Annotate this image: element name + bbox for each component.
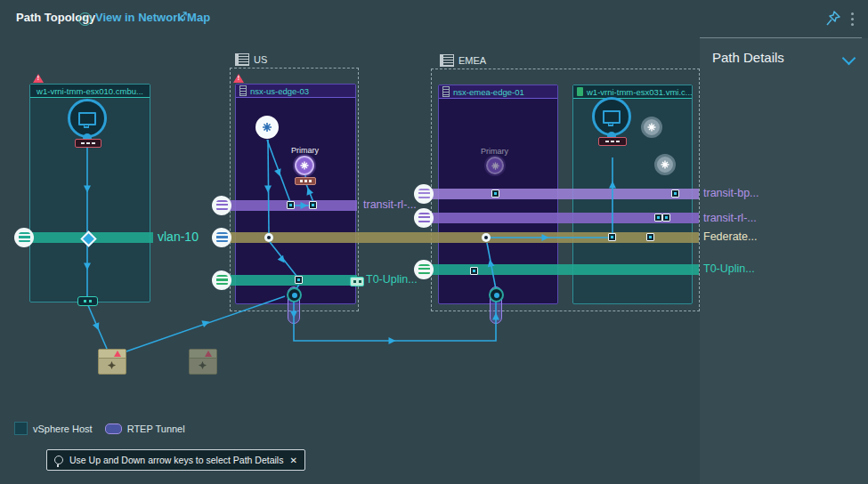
nsx-router-icon: [660, 159, 670, 170]
segment-us-transit-rl-label: transit-rl-...: [363, 198, 417, 211]
vsphere-host-label: vSphere Host: [33, 424, 93, 434]
group-emea-label: EMEA: [440, 54, 486, 67]
lightbulb-icon: [54, 456, 63, 464]
segment-us-t0-uplink[interactable]: [218, 275, 357, 286]
host-esx031-title: w1-vrni-tmm-esx031.vmi.c...: [573, 85, 692, 99]
nsx-us-edge-box[interactable]: nsx-us-edge-03: [235, 84, 356, 304]
datacenter-icon: [235, 53, 249, 66]
vmk-interface[interactable]: [598, 137, 627, 146]
path-details-panel: [700, 38, 868, 484]
port-connector[interactable]: [646, 233, 654, 241]
segment-icon[interactable]: [212, 270, 231, 290]
panel-divider: [700, 37, 862, 38]
path-topology-canvas: Path Topology View in Network Map Path D…: [0, 0, 868, 484]
port-connector[interactable]: [264, 233, 273, 242]
datacenter-icon: [440, 54, 454, 67]
view-in-network-map-link[interactable]: View in Network Map: [95, 11, 210, 24]
segment-federate-label: Federate...: [703, 230, 757, 243]
segment-emea-t0-uplink[interactable]: [418, 264, 699, 275]
nsx-us-edge-title: nsx-us-edge-03: [236, 85, 355, 98]
uplink-port[interactable]: [350, 277, 364, 286]
primary-edge-node[interactable]: [295, 156, 314, 175]
vmk-interface[interactable]: [75, 139, 101, 148]
nsx-router-icon: [299, 160, 310, 171]
hint-text: Use Up and Down arrow keys to select Pat…: [69, 455, 283, 465]
physical-router[interactable]: [189, 349, 217, 375]
rtep-tunnel-swatch: [105, 424, 122, 434]
port-connector[interactable]: [662, 214, 670, 222]
port-connector[interactable]: [470, 267, 478, 275]
info-icon[interactable]: [78, 12, 92, 26]
primary-label: Primary: [291, 146, 319, 155]
host-esx010-title: w1-vrni-tmm-esx010.cmbu...: [30, 85, 150, 98]
physical-router[interactable]: [98, 349, 126, 375]
segment-icon[interactable]: [14, 228, 34, 247]
port-connector[interactable]: [491, 190, 499, 198]
segment-icon[interactable]: [212, 196, 231, 215]
group-us-label: US: [235, 53, 267, 66]
vsphere-host-swatch: [14, 422, 28, 435]
nsx-router-icon: [646, 122, 657, 133]
segment-icon[interactable]: [414, 184, 434, 204]
router-cap: [99, 350, 126, 359]
group-us-text: US: [254, 54, 267, 65]
segment-icon[interactable]: [212, 228, 231, 247]
vm-monitor-icon: [78, 112, 96, 125]
nsx-router-icon: [261, 121, 273, 133]
nsx-emea-edge-title: nsx-emea-edge-01: [439, 85, 557, 99]
vm-node[interactable]: [68, 99, 107, 138]
segment-us-t0-uplink-label: T0-Uplin...: [366, 273, 418, 286]
port-connector[interactable]: [309, 201, 317, 209]
external-link-icon: [178, 12, 187, 20]
segment-emea-transit-rl-label: transit-rl-...: [703, 212, 757, 224]
edge-node-standby[interactable]: [641, 117, 662, 138]
edge-uplink-interface[interactable]: [295, 177, 316, 185]
tunnel-endpoint[interactable]: [287, 287, 302, 302]
edge-node-standby[interactable]: [654, 154, 676, 175]
close-icon[interactable]: ✕: [289, 456, 296, 465]
rtep-tunnel-label: RTEP Tunnel: [127, 424, 185, 434]
alert-icon[interactable]: [33, 74, 44, 83]
edge-node-icon: [239, 85, 247, 96]
port-connector[interactable]: [671, 190, 679, 198]
primary-edge-node[interactable]: [486, 157, 504, 174]
router-cap: [190, 350, 216, 359]
port-connector[interactable]: [654, 214, 662, 222]
segment-transit-bp[interactable]: [418, 189, 699, 199]
segment-federate[interactable]: [218, 232, 699, 243]
port-connector[interactable]: [608, 233, 616, 241]
segment-transit-bp-label: transit-bp...: [703, 187, 759, 199]
router-gear-icon: [198, 360, 207, 370]
segment-vlan10-label: vlan-10: [158, 230, 199, 244]
port-connector[interactable]: [295, 276, 303, 284]
router-gear-icon: [107, 360, 117, 370]
primary-label: Primary: [481, 147, 508, 156]
hint-toast: Use Up and Down arrow keys to select Pat…: [46, 449, 305, 471]
pin-icon[interactable]: [826, 11, 840, 26]
port-connector[interactable]: [482, 233, 491, 242]
router-node[interactable]: [256, 116, 279, 139]
legend: vSphere Host RTEP Tunnel: [14, 422, 185, 435]
nsx-router-icon: [491, 161, 500, 171]
path-details-title[interactable]: Path Details: [712, 50, 784, 65]
port-connector[interactable]: [287, 201, 295, 209]
segment-icon[interactable]: [414, 208, 434, 228]
edge-node-icon: [442, 86, 450, 97]
host-nic[interactable]: [77, 296, 98, 306]
tunnel-endpoint[interactable]: [489, 287, 504, 302]
segment-emea-t0-uplink-label: T0-Uplin...: [703, 262, 755, 275]
vm-monitor-icon: [603, 110, 621, 124]
vm-node[interactable]: [592, 97, 631, 136]
segment-icon[interactable]: [414, 260, 434, 279]
vm-icon: [577, 87, 583, 96]
group-emea-text: EMEA: [458, 55, 486, 66]
kebab-menu-icon[interactable]: [851, 12, 854, 15]
